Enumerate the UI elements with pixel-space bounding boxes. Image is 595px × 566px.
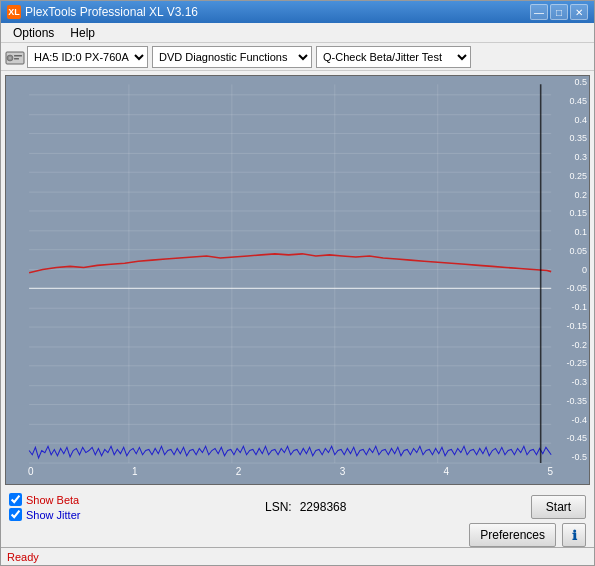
show-jitter-label: Show Jitter [26,509,80,521]
y-label-n02: -0.2 [555,341,587,350]
bottom-row1: Show Beta Show Jitter LSN: 2298368 Start [9,493,586,521]
y-label-n03: -0.3 [555,378,587,387]
y-label-n045: -0.45 [555,434,587,443]
window-controls: — □ ✕ [530,4,588,20]
lsn-label: LSN: [265,500,292,514]
chart-svg [6,76,589,484]
device-selector-area: HA:5 ID:0 PX-760A [5,46,148,68]
minimize-button[interactable]: — [530,4,548,20]
status-bar: Ready [1,547,594,565]
y-label-n04: -0.4 [555,416,587,425]
y-label-n035: -0.35 [555,397,587,406]
show-jitter-row: Show Jitter [9,508,80,521]
y-label-045: 0.45 [555,97,587,106]
svg-point-2 [9,56,12,59]
y-label-035: 0.35 [555,134,587,143]
x-label-2: 2 [236,466,242,477]
info-icon: ℹ [572,528,577,543]
y-label-01: 0.1 [555,228,587,237]
svg-rect-5 [6,76,589,484]
checkbox-group: Show Beta Show Jitter [9,493,80,521]
show-jitter-checkbox[interactable] [9,508,22,521]
x-label-5: 5 [547,466,553,477]
svg-rect-4 [14,58,19,60]
x-label-1: 1 [132,466,138,477]
close-button[interactable]: ✕ [570,4,588,20]
device-select[interactable]: HA:5 ID:0 PX-760A [27,46,148,68]
test-select[interactable]: Q-Check Beta/Jitter Test [316,46,471,68]
bottom-row2: Preferences ℹ [9,523,586,547]
function-select[interactable]: DVD Diagnostic Functions [152,46,312,68]
y-axis-right: 0.5 0.45 0.4 0.35 0.3 0.25 0.2 0.15 0.1 … [553,76,589,464]
main-window: XL PlexTools Professional XL V3.16 — □ ✕… [0,0,595,566]
y-label-03: 0.3 [555,153,587,162]
y-label-0: 0 [555,266,587,275]
show-beta-checkbox[interactable] [9,493,22,506]
y-label-02: 0.2 [555,191,587,200]
y-label-005: 0.05 [555,247,587,256]
y-label-05: 0.5 [555,78,587,87]
drive-icon [5,47,25,67]
lsn-area: LSN: 2298368 [80,500,531,514]
y-label-n025: -0.25 [555,359,587,368]
toolbar: HA:5 ID:0 PX-760A DVD Diagnostic Functio… [1,43,594,71]
show-beta-label: Show Beta [26,494,79,506]
chart-area: High Low [5,75,590,485]
svg-rect-3 [14,55,22,57]
bottom-bar: Show Beta Show Jitter LSN: 2298368 Start… [1,489,594,547]
x-label-0: 0 [28,466,34,477]
start-button[interactable]: Start [531,495,586,519]
x-label-3: 3 [340,466,346,477]
y-label-015: 0.15 [555,209,587,218]
info-button[interactable]: ℹ [562,523,586,547]
lsn-value: 2298368 [300,500,347,514]
show-beta-row: Show Beta [9,493,80,506]
app-icon: XL [7,5,21,19]
maximize-button[interactable]: □ [550,4,568,20]
x-label-4: 4 [444,466,450,477]
title-bar: XL PlexTools Professional XL V3.16 — □ ✕ [1,1,594,23]
menu-bar: Options Help [1,23,594,43]
y-label-n015: -0.15 [555,322,587,331]
preferences-button[interactable]: Preferences [469,523,556,547]
y-label-025: 0.25 [555,172,587,181]
y-label-n005: -0.05 [555,284,587,293]
y-label-04: 0.4 [555,116,587,125]
x-axis: 0 1 2 3 4 5 [28,464,553,484]
title-bar-left: XL PlexTools Professional XL V3.16 [7,5,198,19]
status-text: Ready [7,551,39,563]
y-label-n05: -0.5 [555,453,587,462]
y-label-n01: -0.1 [555,303,587,312]
menu-help[interactable]: Help [62,24,103,42]
menu-options[interactable]: Options [5,24,62,42]
window-title: PlexTools Professional XL V3.16 [25,5,198,19]
